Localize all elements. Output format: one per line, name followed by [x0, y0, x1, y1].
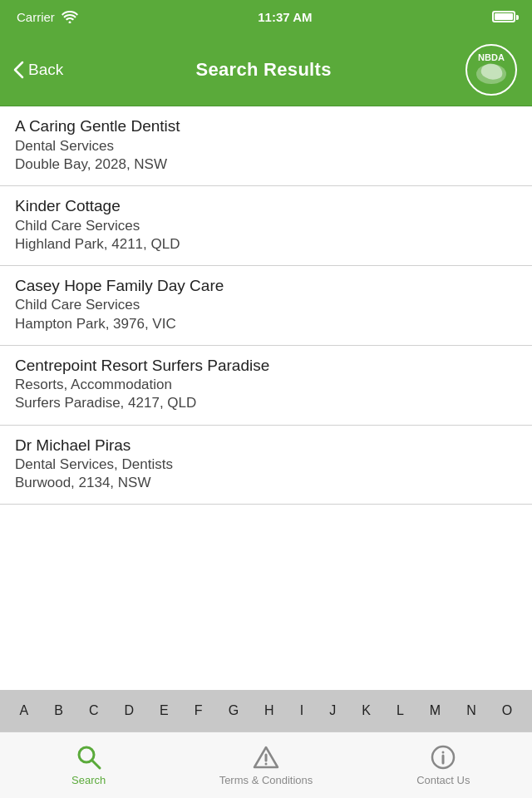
svg-point-10	[442, 751, 445, 754]
wifi-icon	[62, 11, 78, 23]
search-icon	[76, 744, 102, 771]
alpha-K[interactable]: K	[360, 700, 372, 722]
alpha-A[interactable]: A	[18, 700, 31, 722]
result-item-4[interactable]: Dr Michael Piras Dental Services, Dentis…	[0, 426, 532, 505]
back-label: Back	[28, 61, 63, 79]
alpha-B[interactable]: B	[52, 700, 65, 722]
result-category-1: Child Care Services	[15, 217, 517, 235]
result-location-4: Burwood, 2134, NSW	[15, 474, 517, 492]
result-name-4: Dr Michael Piras	[15, 436, 517, 456]
alpha-H[interactable]: H	[263, 700, 276, 722]
status-bar-right	[492, 11, 515, 22]
svg-point-7	[264, 763, 267, 766]
tab-contact-label: Contact Us	[416, 774, 470, 786]
alpha-index-bar: A B C D E F G H I J K L M N O	[0, 690, 532, 732]
tab-terms-label: Terms & Conditions	[219, 774, 313, 786]
alpha-D[interactable]: D	[123, 700, 136, 722]
alpha-J[interactable]: J	[328, 700, 337, 722]
result-category-2: Child Care Services	[15, 296, 517, 314]
tab-search-label: Search	[71, 774, 106, 786]
result-location-2: Hampton Park, 3976, VIC	[15, 315, 517, 333]
alpha-F[interactable]: F	[193, 700, 204, 722]
svg-line-4	[92, 761, 100, 768]
alpha-L[interactable]: L	[395, 700, 406, 722]
nbda-logo: NBDA	[464, 42, 519, 97]
status-bar-left: Carrier	[17, 10, 78, 24]
page-title: Search Results	[196, 59, 332, 81]
result-item-3[interactable]: Centrepoint Resort Surfers Paradise Reso…	[0, 346, 532, 426]
tab-bar: Search Terms & Conditions Contact Us	[0, 732, 532, 798]
alpha-E[interactable]: E	[158, 700, 170, 722]
alpha-M[interactable]: M	[428, 700, 442, 722]
tab-terms[interactable]: Terms & Conditions	[177, 744, 354, 786]
tab-contact[interactable]: Contact Us	[355, 744, 532, 786]
battery-icon	[492, 11, 515, 22]
result-name-1: Kinder Cottage	[15, 196, 517, 217]
carrier-label: Carrier	[17, 10, 55, 24]
tab-search[interactable]: Search	[0, 744, 177, 786]
warning-icon	[253, 744, 279, 771]
result-item-1[interactable]: Kinder Cottage Child Care Services Highl…	[0, 186, 532, 266]
result-location-3: Surfers Paradise, 4217, QLD	[15, 394, 517, 412]
alpha-G[interactable]: G	[227, 700, 240, 722]
alpha-N[interactable]: N	[465, 700, 478, 722]
status-bar: Carrier 11:37 AM	[0, 0, 532, 33]
nav-bar: Back Search Results NBDA	[0, 33, 532, 106]
result-location-0: Double Bay, 2028, NSW	[15, 155, 517, 174]
alpha-C[interactable]: C	[87, 700, 101, 722]
back-button[interactable]: Back	[13, 61, 63, 79]
result-name-0: A Caring Gentle Dentist	[15, 116, 517, 137]
info-icon	[430, 744, 456, 771]
status-bar-time: 11:37 AM	[258, 10, 312, 24]
result-category-3: Resorts, Accommodation	[15, 376, 517, 394]
result-location-1: Highland Park, 4211, QLD	[15, 235, 517, 254]
back-chevron-icon	[13, 61, 25, 79]
result-item-0[interactable]: A Caring Gentle Dentist Dental Services …	[0, 106, 532, 186]
result-name-2: Casey Hope Family Day Care	[15, 276, 517, 297]
svg-text:NBDA: NBDA	[478, 52, 505, 62]
results-list: A Caring Gentle Dentist Dental Services …	[0, 106, 532, 690]
alpha-O[interactable]: O	[500, 700, 514, 722]
alpha-I[interactable]: I	[298, 700, 305, 722]
result-item-2[interactable]: Casey Hope Family Day Care Child Care Se…	[0, 266, 532, 346]
result-name-3: Centrepoint Resort Surfers Paradise	[15, 356, 517, 377]
result-category-4: Dental Services, Dentists	[15, 456, 517, 474]
result-category-0: Dental Services	[15, 137, 517, 155]
